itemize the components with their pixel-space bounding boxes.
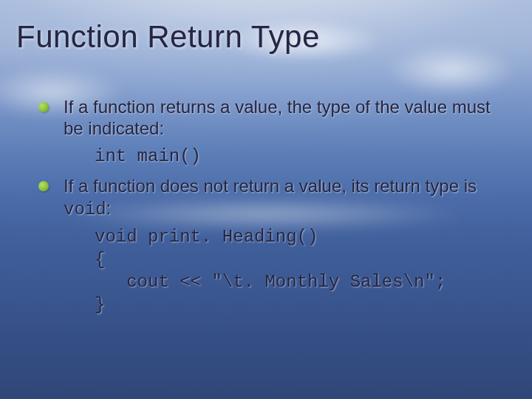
code-line: cout << "\t. Monthly Sales\n"; bbox=[95, 271, 502, 294]
bullet-text-post: : bbox=[106, 198, 112, 218]
bullet-text-code: void bbox=[64, 200, 106, 219]
code-block: int main() bbox=[95, 146, 502, 168]
code-line: int main() bbox=[95, 146, 502, 168]
bullet-item: If a function returns a value, the type … bbox=[38, 96, 502, 140]
bullet-item: If a function does not return a value, i… bbox=[38, 175, 502, 220]
slide: Function Return Type If a function retur… bbox=[0, 0, 532, 399]
slide-body: If a function returns a value, the type … bbox=[38, 96, 502, 317]
decorative-cloud bbox=[384, 44, 517, 96]
bullet-text-pre: If a function does not return a value, i… bbox=[64, 176, 477, 196]
slide-title: Function Return Type bbox=[16, 19, 320, 55]
bullet-icon bbox=[38, 102, 49, 112]
code-line: } bbox=[95, 294, 502, 317]
code-line: void print. Heading() bbox=[95, 226, 502, 249]
bullet-icon bbox=[38, 181, 49, 191]
code-block: void print. Heading() { cout << "\t. Mon… bbox=[95, 226, 502, 317]
code-line: { bbox=[95, 249, 502, 272]
bullet-text: If a function returns a value, the type … bbox=[64, 97, 491, 138]
